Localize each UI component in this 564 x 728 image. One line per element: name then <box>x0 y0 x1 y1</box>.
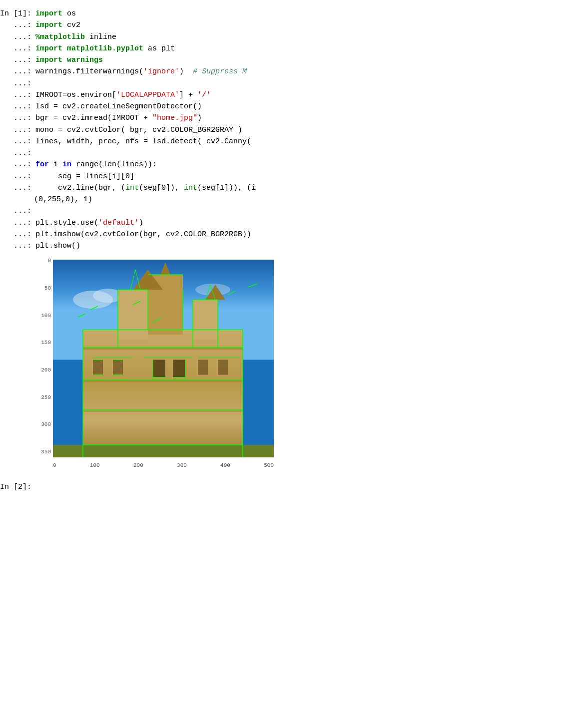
code-line-2: ...: import cv2 <box>0 19 564 31</box>
svg-rect-6 <box>193 300 218 340</box>
y-tick-100: 100 <box>41 312 51 320</box>
code-line-8: ...: IMROOT=os.environ['LOCALAPPDATA'] +… <box>0 89 564 101</box>
prompt-cont-2: ...: <box>0 19 35 31</box>
svg-rect-15 <box>198 360 208 375</box>
prompt-in2: In [2]: <box>0 481 35 493</box>
prompt-cont-14: ...: <box>0 159 35 170</box>
prompt-cont-20: ...: <box>0 229 35 240</box>
plot-container: 0 50 100 150 200 250 300 350 <box>34 257 274 471</box>
prompt-cont-16: ...: <box>0 182 35 194</box>
y-tick-350: 350 <box>41 448 51 456</box>
x-tick-200: 200 <box>133 461 143 470</box>
x-tick-400: 400 <box>220 461 230 470</box>
code-content-12: lines, width, prec, nfs = lsd.detect( cv… <box>35 136 564 147</box>
code-line-13: ...: <box>0 147 564 159</box>
code-line-10: ...: bgr = cv2.imread(IMROOT + "home.jpg… <box>0 112 564 124</box>
code-content-18 <box>35 205 564 217</box>
svg-rect-14 <box>173 360 185 377</box>
x-axis: 0 100 200 300 400 500 <box>53 460 274 471</box>
code-line-in2: In [2]: <box>0 477 564 493</box>
prompt-cont-6: ...: <box>0 66 35 77</box>
code-content-5: import warnings <box>35 54 564 66</box>
code-content-21: plt.show() <box>35 240 564 252</box>
prompt-cont-19: ...: <box>0 217 35 229</box>
code-content-16: cv2.line(bgr, (int(seg[0]), int(seg[1]))… <box>35 182 564 194</box>
y-tick-250: 250 <box>41 393 51 402</box>
code-line-3: ...: %matplotlib inline <box>0 31 564 43</box>
code-line-7: ...: <box>0 78 564 89</box>
code-line-20: ...: plt.imshow(cv2.cvtColor(bgr, cv2.CO… <box>0 229 564 240</box>
prompt-cont-15: ...: <box>0 171 35 182</box>
code-line-16: ...: cv2.line(bgr, (int(seg[0]), int(seg… <box>0 182 564 194</box>
code-line-15: ...: seg = lines[i][0] <box>0 171 564 182</box>
y-tick-150: 150 <box>41 339 51 347</box>
building-svg <box>53 260 274 457</box>
prompt-cont-13: ...: <box>0 147 35 159</box>
code-line-18: ...: <box>0 205 564 217</box>
prompt-cont-3: ...: <box>0 31 35 43</box>
svg-rect-20 <box>53 445 274 457</box>
code-line-6: ...: warnings.filterwarnings('ignore') #… <box>0 66 564 77</box>
y-tick-300: 300 <box>41 420 51 429</box>
code-line-5: ...: import warnings <box>0 54 564 66</box>
code-content-1: import os <box>35 8 564 19</box>
code-content-10: bgr = cv2.imread(IMROOT + "home.jpg") <box>35 112 564 124</box>
code-content-15: seg = lines[i][0] <box>35 171 564 182</box>
prompt-cont-9: ...: <box>0 101 35 112</box>
cell-1-output: 0 50 100 150 200 250 300 350 <box>0 252 564 471</box>
svg-rect-11 <box>93 360 103 375</box>
code-line-17: (0,255,0), 1) <box>0 194 564 205</box>
prompt-cont-18: ...: <box>0 205 35 217</box>
svg-rect-16 <box>218 360 228 375</box>
prompt-in1: In [1]: <box>0 8 35 19</box>
svg-rect-5 <box>118 290 148 340</box>
code-content-8: IMROOT=os.environ['LOCALAPPDATA'] + '/' <box>35 89 564 101</box>
cell-2: In [2]: <box>0 474 564 496</box>
prompt-cont-8: ...: <box>0 89 35 101</box>
code-content-13 <box>35 147 564 159</box>
code-line-12: ...: lines, width, prec, nfs = lsd.detec… <box>0 136 564 147</box>
y-tick-200: 200 <box>41 366 51 374</box>
code-content-19: plt.style.use('default') <box>35 217 564 229</box>
code-content-3: %matplotlib inline <box>35 31 564 43</box>
prompt-cont-4: ...: <box>0 43 35 54</box>
code-line-19: ...: plt.style.use('default') <box>0 217 564 229</box>
prompt-cont-10: ...: <box>0 112 35 124</box>
code-content-2: import cv2 <box>35 19 564 31</box>
code-content-in2 <box>35 481 564 493</box>
prompt-cont-5: ...: <box>0 54 35 66</box>
code-content-7 <box>35 78 564 89</box>
cell-1: In [1]: import os ...: import cv2 ...: %… <box>0 5 564 474</box>
code-content-4: import matplotlib.pyplot as plt <box>35 43 564 54</box>
y-tick-0: 0 <box>47 257 51 265</box>
svg-rect-12 <box>113 360 123 375</box>
prompt-cont-21: ...: <box>0 240 35 252</box>
svg-rect-17 <box>83 348 243 350</box>
code-line-4: ...: import matplotlib.pyplot as plt <box>0 43 564 54</box>
code-content-17: (0,255,0), 1) <box>34 194 564 205</box>
prompt-cont-7: ...: <box>0 78 35 89</box>
y-axis: 0 50 100 150 200 250 300 350 <box>34 257 53 456</box>
code-content-6: warnings.filterwarnings('ignore') # Supp… <box>35 66 564 77</box>
x-tick-0: 0 <box>53 461 56 470</box>
prompt-cont-12: ...: <box>0 136 35 147</box>
code-content-20: plt.imshow(cv2.cvtColor(bgr, cv2.COLOR_B… <box>35 229 564 240</box>
code-content-14: for i in range(len(lines)): <box>35 159 564 170</box>
cell-1-input: In [1]: import os ...: import cv2 ...: %… <box>0 8 564 252</box>
prompt-cont-11: ...: <box>0 124 35 136</box>
code-line-1: In [1]: import os <box>0 8 564 19</box>
code-content-11: mono = cv2.cvtColor( bgr, cv2.COLOR_BGR2… <box>35 124 564 136</box>
x-tick-100: 100 <box>90 461 100 470</box>
y-tick-50: 50 <box>44 284 51 293</box>
svg-rect-13 <box>153 360 165 377</box>
x-tick-300: 300 <box>177 461 187 470</box>
code-content-9: lsd = cv2.createLineSegmentDetector() <box>35 101 564 112</box>
code-line-9: ...: lsd = cv2.createLineSegmentDetector… <box>0 101 564 112</box>
code-line-11: ...: mono = cv2.cvtColor( bgr, cv2.COLOR… <box>0 124 564 136</box>
x-tick-500: 500 <box>264 461 274 470</box>
plot-image <box>53 260 274 457</box>
code-line-21: ...: plt.show() <box>0 240 564 252</box>
code-line-14: ...: for i in range(len(lines)): <box>0 159 564 170</box>
